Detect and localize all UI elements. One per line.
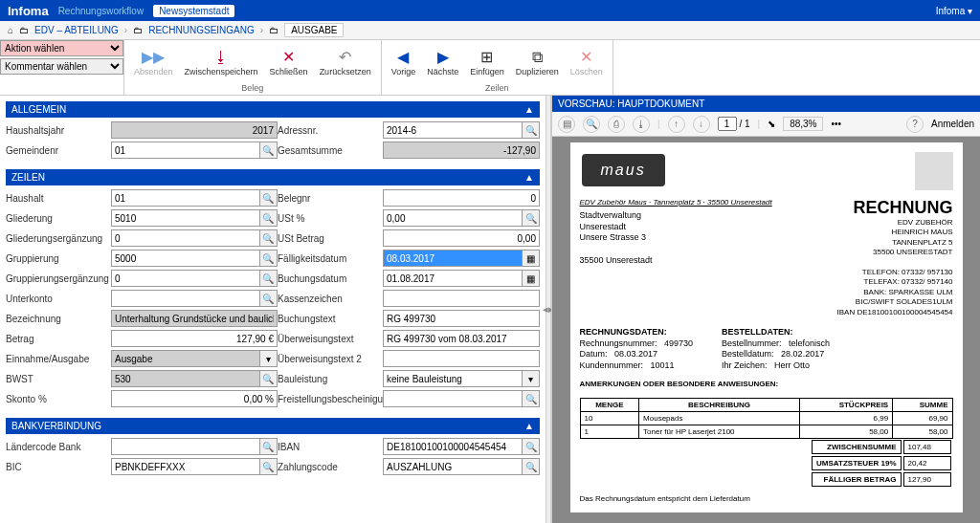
label: Ländercode Bank [6, 442, 111, 452]
zoom-select[interactable]: 88,3% [783, 117, 823, 131]
ustbetrag-input[interactable] [383, 229, 540, 247]
lookup-icon[interactable]: 🔍 [260, 229, 278, 247]
preview-header: VORSCHAU: HAUPTDOKUMENT [552, 96, 980, 112]
prev-button[interactable]: ◀Vorige [386, 46, 422, 78]
faelligkeit-input[interactable] [383, 250, 523, 267]
lookup-icon[interactable]: 🔍 [260, 142, 278, 159]
section-header-zeilen[interactable]: ZEILEN▲ [6, 169, 540, 185]
send-button[interactable]: ▶▶Absenden [128, 46, 179, 78]
notes-header: ANMERKUNGEN ODER BESONDERE ANWEISUNGEN: [580, 380, 953, 388]
label: IBAN [278, 442, 383, 452]
preview-panel: VORSCHAU: HAUPTDOKUMENT ▤ 🔍 ⎙ ⭳ | ↑ ↓ / … [551, 96, 980, 523]
print-icon[interactable]: ⎙ [608, 116, 625, 133]
bwst-input[interactable] [111, 370, 260, 387]
label: Haushalt [6, 193, 111, 204]
belegnr-input[interactable] [383, 189, 540, 207]
label: Gesamtsumme [278, 145, 383, 156]
gruppierung-input[interactable] [111, 250, 260, 267]
page-input[interactable] [718, 117, 737, 131]
page-count: 1 [745, 119, 750, 129]
label: Belegnr [278, 193, 383, 204]
close-button[interactable]: ✕Schließen [264, 46, 314, 78]
lookup-icon[interactable]: 🔍 [260, 250, 278, 267]
label: USt Betrag [278, 233, 383, 244]
buchungsdatum-input[interactable] [383, 270, 523, 287]
lookup-icon[interactable]: 🔍 [523, 458, 540, 475]
duplicate-button[interactable]: ⧉Duplizieren [510, 46, 565, 78]
gliederung-input[interactable] [111, 209, 260, 227]
help-icon[interactable]: ? [906, 116, 924, 133]
calendar-icon[interactable]: ▦ [523, 270, 540, 287]
freistellung-input[interactable] [383, 390, 523, 407]
comment-select[interactable]: Kommentar wählen [0, 58, 123, 75]
topbar-link-workflow[interactable]: Rechnungsworkflow [58, 6, 145, 16]
pdf-viewport[interactable]: maus EDV Zubehör Maus · Tannenplatz 5 · … [552, 137, 980, 523]
action-select[interactable]: Aktion wählen [0, 40, 123, 56]
crumb-2[interactable]: RECHNUNGSEINGANG [148, 25, 255, 35]
label: Einnahme/Ausgabe [6, 354, 111, 364]
page-down-icon[interactable]: ↓ [693, 116, 710, 133]
invoice-title: RECHNUNG [837, 198, 953, 218]
section-header-bank[interactable]: BANKVERBINDUNG▲ [6, 418, 540, 434]
label: BWST [6, 374, 111, 384]
chevron-down-icon[interactable]: ▾ [260, 350, 278, 367]
more-icon[interactable]: ••• [831, 119, 841, 129]
betrag-input[interactable] [111, 330, 278, 347]
undo-icon: ↶ [336, 48, 355, 67]
gruppierungserg-input[interactable] [111, 270, 260, 287]
buchungstext-input[interactable] [383, 310, 540, 327]
lookup-icon[interactable]: 🔍 [260, 458, 278, 475]
ueberweisung-input[interactable] [383, 330, 540, 347]
gliederungserg-input[interactable] [111, 229, 260, 247]
unterkonto-input[interactable] [111, 290, 260, 307]
crumb-current[interactable]: AUSGABE [284, 23, 344, 37]
cursor-icon[interactable]: ⬊ [768, 119, 775, 129]
crumb-1[interactable]: EDV – ABTEILUNG [34, 25, 119, 35]
chevron-down-icon[interactable]: ▾ [523, 370, 540, 387]
lookup-icon[interactable]: 🔍 [523, 121, 540, 139]
kassenzeichen-input[interactable] [383, 290, 540, 307]
delete-button[interactable]: ✕Löschen [565, 46, 609, 78]
lookup-icon[interactable]: 🔍 [260, 270, 278, 287]
label: Gruppierung [6, 253, 111, 264]
ust-input[interactable] [383, 209, 523, 227]
gemeindenr-input[interactable] [111, 142, 260, 159]
sidebar-toggle-icon[interactable]: ▤ [558, 116, 575, 133]
bauleistung-select[interactable] [383, 370, 523, 387]
search-icon[interactable]: 🔍 [583, 116, 600, 133]
lookup-icon[interactable]: 🔍 [260, 189, 278, 207]
laendercode-input[interactable] [111, 438, 260, 455]
lookup-icon[interactable]: 🔍 [523, 209, 540, 227]
save-button[interactable]: ⭳Zwischenspeichern [179, 46, 264, 78]
lookup-icon[interactable]: 🔍 [523, 438, 540, 455]
save-icon[interactable]: ⭳ [633, 116, 650, 133]
lookup-icon[interactable]: 🔍 [260, 438, 278, 455]
zahlungscode-input[interactable] [383, 458, 523, 475]
invoice-items-table: MENGEBESCHREIBUNGSTÜCKPREISSUMME 10Mouse… [580, 398, 953, 439]
ueberweisung2-input[interactable] [383, 350, 540, 367]
home-icon[interactable]: ⌂ [8, 25, 13, 35]
topbar-user-menu[interactable]: Infoma ▾ [936, 6, 972, 16]
login-button[interactable]: Anmelden [931, 119, 974, 129]
topbar-system-button[interactable]: Newsystemstadt [153, 5, 234, 17]
lookup-icon[interactable]: 🔍 [260, 209, 278, 227]
folder-icon: 🗀 [269, 25, 278, 35]
insert-button[interactable]: ⊞Einfügen [464, 46, 510, 78]
section-header-allgemein[interactable]: ALLGEMEIN▲ [6, 101, 540, 118]
lookup-icon[interactable]: 🔍 [260, 370, 278, 387]
bic-input[interactable] [111, 458, 260, 475]
calendar-icon[interactable]: ▦ [523, 250, 540, 267]
pdf-toolbar: ▤ 🔍 ⎙ ⭳ | ↑ ↓ / 1 | ⬊ 88,3% ••• ? Anmeld… [552, 112, 980, 137]
insert-icon: ⊞ [478, 48, 497, 67]
skonto-input[interactable] [111, 390, 278, 407]
next-button[interactable]: ▶Nächste [421, 46, 464, 78]
lookup-icon[interactable]: 🔍 [260, 290, 278, 307]
haushalt-input[interactable] [111, 189, 260, 207]
lookup-icon[interactable]: 🔍 [523, 390, 540, 407]
page-up-icon[interactable]: ↑ [668, 116, 685, 133]
haushaltsjahr-input[interactable] [111, 121, 278, 139]
adressnr-input[interactable] [383, 121, 523, 139]
einnahme-select[interactable] [111, 350, 260, 367]
reset-button[interactable]: ↶Zurücksetzen [314, 46, 377, 78]
iban-input[interactable] [383, 438, 523, 455]
